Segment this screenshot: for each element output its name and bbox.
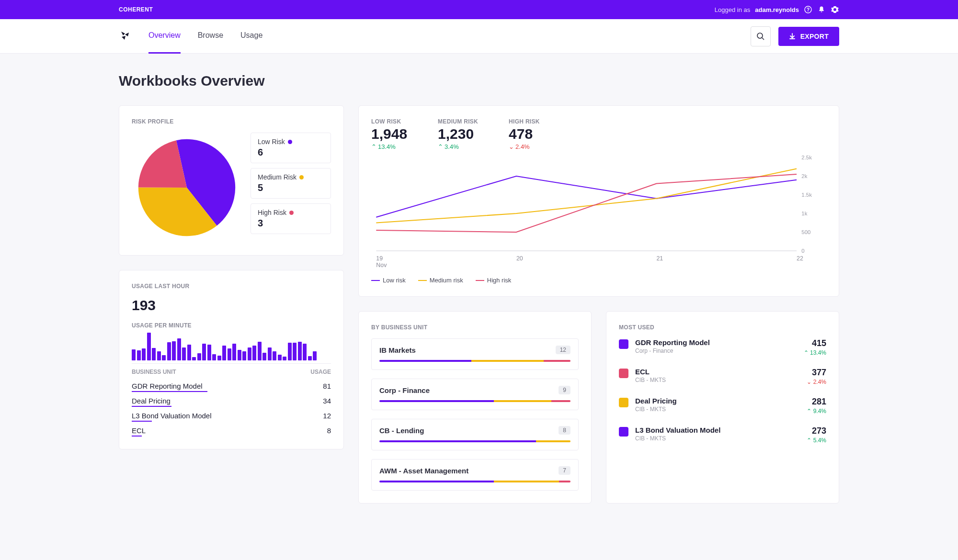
caret-down-icon: ⌄ bbox=[509, 143, 514, 150]
stat-block: HIGH RISK478⌄ 2.4% bbox=[509, 118, 540, 150]
stat-delta: ⌃ 3.4% bbox=[438, 143, 478, 150]
bu-name: AWM - Asset Management bbox=[379, 467, 468, 475]
svg-text:22: 22 bbox=[797, 255, 803, 262]
logged-in-prefix: Logged in as bbox=[715, 6, 750, 13]
mu-name: Deal Pricing bbox=[635, 397, 800, 405]
caret-up-icon: ⌃ bbox=[438, 143, 443, 150]
by-business-unit-card: BY BUSINESS UNIT IB Markets12Corp - Fina… bbox=[358, 311, 592, 504]
legend-label: Medium Risk bbox=[258, 173, 297, 181]
bu-name: CB - Lending bbox=[379, 426, 424, 435]
legend-value: 3 bbox=[258, 218, 324, 229]
risk-profile-card: RISK PROFILE Low Risk 6Medium Risk 5High… bbox=[119, 105, 344, 256]
mu-value: 273 bbox=[807, 426, 826, 436]
table-row[interactable]: ECL8 bbox=[132, 422, 331, 437]
most-used-item[interactable]: Deal PricingCIB - MKTS281⌃ 9.4% bbox=[619, 397, 826, 414]
search-button[interactable] bbox=[751, 26, 771, 46]
mu-sub: CIB - MKTS bbox=[635, 435, 800, 442]
legend-item[interactable]: High Risk 3 bbox=[251, 203, 331, 234]
bu-count-badge: 9 bbox=[559, 386, 570, 394]
caret-up-icon: ⌃ bbox=[807, 437, 811, 444]
legend-label: Medium risk bbox=[430, 277, 463, 284]
legend-item[interactable]: Medium Risk 5 bbox=[251, 168, 331, 199]
table-row[interactable]: GDR Reporting Model81 bbox=[132, 377, 331, 392]
svg-text:0: 0 bbox=[801, 248, 804, 254]
legend-item[interactable]: Low Risk 6 bbox=[251, 133, 331, 163]
svg-point-2 bbox=[757, 33, 763, 38]
svg-text:2.5k: 2.5k bbox=[801, 155, 812, 160]
legend-dot-icon bbox=[288, 140, 292, 144]
usage-value: 193 bbox=[132, 297, 331, 314]
usage-per-minute-title: USAGE PER MINUTE bbox=[132, 322, 331, 329]
swatch-icon bbox=[619, 339, 628, 349]
legend-dot-icon bbox=[289, 211, 294, 215]
stat-label: HIGH RISK bbox=[509, 118, 540, 125]
page-title: Workbooks Overview bbox=[119, 73, 839, 89]
svg-text:?: ? bbox=[807, 7, 810, 12]
nav-tab-browse[interactable]: Browse bbox=[198, 19, 223, 54]
row-value: 81 bbox=[323, 382, 331, 390]
legend-label: Low risk bbox=[383, 277, 406, 284]
stat-label: MEDIUM RISK bbox=[438, 118, 478, 125]
svg-line-3 bbox=[762, 38, 764, 40]
swatch-icon bbox=[619, 369, 628, 378]
trend-line-chart: 05001k1.5k2k2.5k19202122Nov bbox=[371, 155, 826, 270]
caret-up-icon: ⌃ bbox=[371, 143, 376, 150]
caret-up-icon: ⌃ bbox=[804, 349, 809, 356]
stat-value: 1,948 bbox=[371, 126, 407, 142]
stat-block: LOW RISK1,948⌃ 13.4% bbox=[371, 118, 407, 150]
topbar: COHERENT Logged in as adam.reynolds ? bbox=[0, 0, 958, 19]
stat-value: 478 bbox=[509, 126, 540, 142]
nav-tab-usage[interactable]: Usage bbox=[240, 19, 262, 54]
most-used-item[interactable]: GDR Reporting ModelCorp - Finance415⌃ 13… bbox=[619, 338, 826, 356]
bu-count-badge: 8 bbox=[559, 426, 570, 435]
bu-bar bbox=[379, 440, 570, 442]
mu-delta: ⌃ 13.4% bbox=[804, 349, 826, 356]
legend-label: Low Risk bbox=[258, 138, 285, 146]
legend-dash-icon bbox=[371, 280, 380, 281]
bu-item[interactable]: Corp - Finance9 bbox=[371, 379, 579, 410]
nav-tab-overview[interactable]: Overview bbox=[148, 19, 181, 54]
risk-pie-chart bbox=[132, 133, 242, 243]
row-name: Deal Pricing bbox=[132, 397, 171, 405]
gear-icon[interactable] bbox=[831, 5, 839, 14]
mu-name: GDR Reporting Model bbox=[635, 338, 797, 347]
brand: COHERENT bbox=[119, 6, 153, 13]
logo-icon bbox=[119, 30, 131, 43]
bu-item[interactable]: IB Markets12 bbox=[371, 338, 579, 370]
swatch-icon bbox=[619, 427, 628, 437]
bu-bar bbox=[379, 481, 570, 482]
bu-item[interactable]: CB - Lending8 bbox=[371, 419, 579, 450]
stat-delta: ⌄ 2.4% bbox=[509, 143, 540, 150]
mu-value: 281 bbox=[807, 397, 826, 407]
caret-down-icon: ⌄ bbox=[807, 379, 811, 385]
bu-bar bbox=[379, 400, 570, 402]
export-button[interactable]: EXPORT bbox=[778, 27, 839, 46]
legend-label: High risk bbox=[487, 277, 512, 284]
table-row[interactable]: L3 Bond Valuation Model12 bbox=[132, 407, 331, 422]
svg-text:19: 19 bbox=[376, 255, 383, 262]
username[interactable]: adam.reynolds bbox=[755, 6, 799, 13]
most-used-item[interactable]: L3 Bond Valuation ModelCIB - MKTS273⌃ 5.… bbox=[619, 426, 826, 444]
help-icon[interactable]: ? bbox=[804, 5, 812, 14]
legend-item: High risk bbox=[476, 277, 512, 284]
legend-dash-icon bbox=[476, 280, 484, 281]
bu-count-badge: 12 bbox=[556, 346, 570, 354]
row-name: GDR Reporting Model bbox=[132, 382, 203, 390]
usage-card: USAGE LAST HOUR 193 USAGE PER MINUTE BUS… bbox=[119, 270, 344, 449]
mu-value: 415 bbox=[804, 338, 826, 348]
stat-block: MEDIUM RISK1,230⌃ 3.4% bbox=[438, 118, 478, 150]
bell-icon[interactable] bbox=[817, 5, 826, 14]
row-value: 12 bbox=[323, 412, 331, 420]
legend-item: Low risk bbox=[371, 277, 406, 284]
search-icon bbox=[756, 32, 765, 41]
mu-name: ECL bbox=[635, 368, 800, 376]
row-value: 8 bbox=[327, 426, 331, 435]
legend-dash-icon bbox=[418, 280, 427, 281]
table-row[interactable]: Deal Pricing34 bbox=[132, 392, 331, 407]
most-used-item[interactable]: ECLCIB - MKTS377⌄ 2.4% bbox=[619, 368, 826, 385]
mu-value: 377 bbox=[807, 368, 826, 378]
bu-name: Corp - Finance bbox=[379, 386, 430, 394]
bu-item[interactable]: AWM - Asset Management7 bbox=[371, 459, 579, 491]
mu-sub: Corp - Finance bbox=[635, 347, 797, 354]
stat-delta: ⌃ 13.4% bbox=[371, 143, 407, 150]
